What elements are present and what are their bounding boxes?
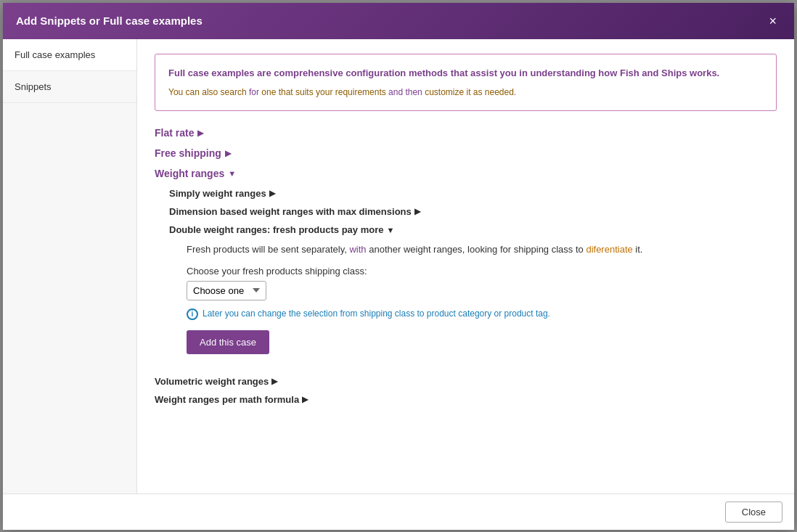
weight-ranges-math-formula-toggle[interactable]: Weight ranges per math formula ▶ bbox=[155, 394, 777, 405]
sidebar-item-full-case-examples[interactable]: Full case examples bbox=[3, 39, 136, 71]
sidebar: Full case examples Snippets bbox=[3, 39, 137, 494]
close-button[interactable]: Close bbox=[725, 502, 782, 523]
weight-ranges-arrow: ▼ bbox=[228, 169, 236, 178]
double-weight-ranges-description: Fresh products will be sent separately, … bbox=[187, 242, 777, 257]
add-case-button[interactable]: Add this case bbox=[187, 330, 269, 354]
weight-ranges-toggle[interactable]: Weight ranges ▼ bbox=[155, 168, 777, 179]
dimension-weight-ranges-arrow: ▶ bbox=[414, 207, 420, 216]
shipping-class-select[interactable]: Choose one bbox=[187, 281, 266, 300]
volumetric-weight-ranges-arrow: ▶ bbox=[271, 377, 277, 386]
info-link: i Later you can change the selection fro… bbox=[187, 308, 777, 320]
simply-weight-ranges-toggle[interactable]: Simply weight ranges ▶ bbox=[169, 188, 777, 199]
free-shipping-toggle[interactable]: Free shipping ▶ bbox=[155, 147, 777, 159]
simply-weight-ranges-arrow: ▶ bbox=[269, 189, 275, 198]
double-weight-ranges-arrow: ▼ bbox=[386, 226, 394, 234]
double-weight-ranges-toggle[interactable]: Double weight ranges: fresh products pay… bbox=[169, 224, 777, 235]
weight-ranges-math-formula-arrow: ▶ bbox=[302, 395, 308, 404]
weight-ranges-subsection: Simply weight ranges ▶ Dimension based w… bbox=[155, 188, 777, 366]
dimension-weight-ranges-toggle[interactable]: Dimension based weight ranges with max d… bbox=[169, 206, 777, 217]
info-box: Full case examples are comprehensive con… bbox=[155, 54, 777, 112]
info-box-subtitle: You can also search for one that suits y… bbox=[168, 86, 763, 99]
modal-title: Add Snippets or Full case examples bbox=[16, 15, 203, 27]
free-shipping-arrow: ▶ bbox=[225, 149, 231, 158]
info-icon: i bbox=[187, 308, 198, 320]
shipping-class-label: Choose your fresh products shipping clas… bbox=[187, 266, 777, 277]
bottom-sections: Volumetric weight ranges ▶ Weight ranges… bbox=[155, 376, 777, 405]
volumetric-weight-ranges-toggle[interactable]: Volumetric weight ranges ▶ bbox=[155, 376, 777, 387]
info-box-title: Full case examples are comprehensive con… bbox=[168, 66, 763, 81]
modal-close-button[interactable]: × bbox=[764, 13, 781, 29]
double-weight-ranges-content: Fresh products will be sent separately, … bbox=[169, 242, 777, 366]
modal-header: Add Snippets or Full case examples × bbox=[3, 3, 794, 39]
flat-rate-toggle[interactable]: Flat rate ▶ bbox=[155, 127, 777, 139]
modal-body: Full case examples Snippets Full case ex… bbox=[3, 39, 794, 494]
info-link-text: Later you can change the selection from … bbox=[203, 308, 550, 320]
shipping-class-select-wrapper: Choose one bbox=[187, 281, 777, 300]
flat-rate-arrow: ▶ bbox=[197, 128, 203, 138]
sidebar-item-snippets[interactable]: Snippets bbox=[3, 71, 136, 103]
modal-footer: Close bbox=[3, 494, 794, 530]
content-area: Full case examples are comprehensive con… bbox=[137, 39, 794, 494]
